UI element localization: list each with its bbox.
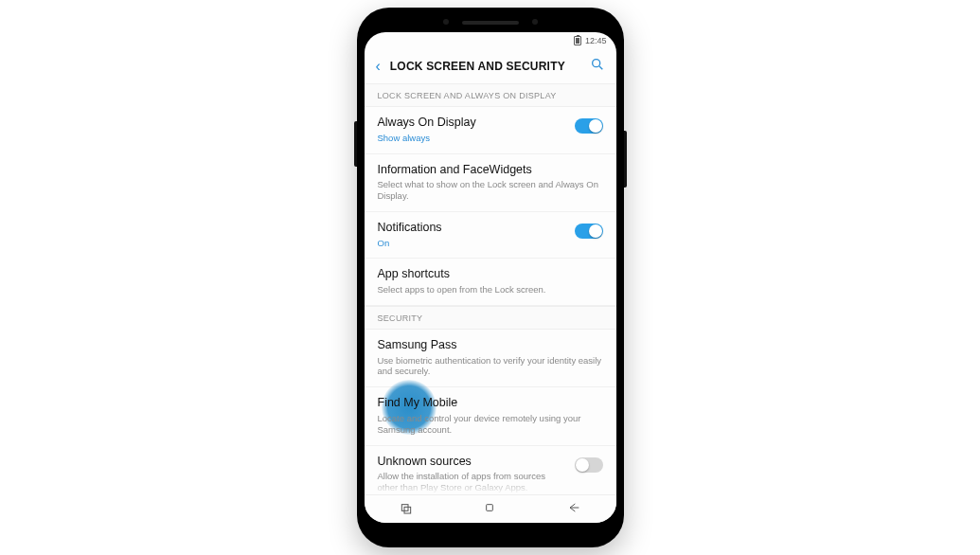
row-subtitle: Select apps to open from the Lock screen… xyxy=(378,284,603,295)
row-app-shortcuts[interactable]: App shortcuts Select apps to open from t… xyxy=(365,259,616,306)
title-bar: ‹ LOCK SCREEN AND SECURITY xyxy=(365,49,616,83)
svg-rect-3 xyxy=(404,507,411,513)
row-title: App shortcuts xyxy=(378,267,603,282)
status-bar: 12:45 xyxy=(365,32,616,49)
back-nav-button[interactable] xyxy=(566,500,581,519)
row-find-my-mobile[interactable]: Find My Mobile Locate and control your d… xyxy=(365,387,616,445)
search-button[interactable] xyxy=(590,57,605,76)
page-title: LOCK SCREEN AND SECURITY xyxy=(390,60,580,73)
toggle-notifications[interactable] xyxy=(575,224,603,239)
status-time: 12:45 xyxy=(585,36,607,45)
search-icon xyxy=(590,57,605,72)
back-button[interactable]: ‹ xyxy=(376,58,381,75)
phone-frame: 12:45 ‹ LOCK SCREEN AND SECURITY LOCK SC… xyxy=(357,8,624,547)
row-subtitle: Locate and control your device remotely … xyxy=(378,413,603,436)
row-subtitle: Show always xyxy=(378,133,567,144)
screen: 12:45 ‹ LOCK SCREEN AND SECURITY LOCK SC… xyxy=(365,32,616,523)
front-sensor xyxy=(443,19,449,25)
recents-button[interactable] xyxy=(399,500,414,519)
svg-line-1 xyxy=(599,66,602,69)
toggle-always-on-display[interactable] xyxy=(575,118,603,134)
nav-bar xyxy=(365,494,616,523)
row-notifications[interactable]: Notifications On xyxy=(365,212,616,260)
phone-speaker xyxy=(462,21,519,25)
row-unknown-sources[interactable]: Unknown sources Allow the installation o… xyxy=(365,446,616,494)
row-subtitle: Use biometric authentication to verify y… xyxy=(378,355,603,378)
section-header-display: LOCK SCREEN AND ALWAYS ON DISPLAY xyxy=(365,83,616,107)
row-title: Unknown sources xyxy=(378,455,567,470)
row-title: Notifications xyxy=(378,221,567,236)
row-information-facewidgets[interactable]: Information and FaceWidgets Select what … xyxy=(365,154,616,212)
home-icon xyxy=(482,500,497,515)
row-title: Samsung Pass xyxy=(378,338,603,353)
back-icon xyxy=(566,500,581,515)
svg-point-0 xyxy=(592,60,599,67)
settings-list[interactable]: LOCK SCREEN AND ALWAYS ON DISPLAY Always… xyxy=(365,83,616,494)
row-title: Information and FaceWidgets xyxy=(378,163,603,178)
row-samsung-pass[interactable]: Samsung Pass Use biometric authenticatio… xyxy=(365,330,616,387)
battery-icon xyxy=(574,36,581,45)
svg-rect-2 xyxy=(401,504,408,510)
row-subtitle: Select what to show on the Lock screen a… xyxy=(378,179,603,202)
toggle-unknown-sources[interactable] xyxy=(575,457,603,473)
row-subtitle: Allow the installation of apps from sour… xyxy=(378,471,567,493)
front-camera xyxy=(532,19,538,25)
home-button[interactable] xyxy=(482,500,497,519)
section-header-security: SECURITY xyxy=(365,306,616,330)
row-subtitle: On xyxy=(378,238,567,249)
svg-rect-4 xyxy=(487,504,493,510)
row-always-on-display[interactable]: Always On Display Show always xyxy=(365,107,616,154)
row-title: Find My Mobile xyxy=(378,396,603,411)
recents-icon xyxy=(399,500,414,515)
row-title: Always On Display xyxy=(378,116,567,131)
